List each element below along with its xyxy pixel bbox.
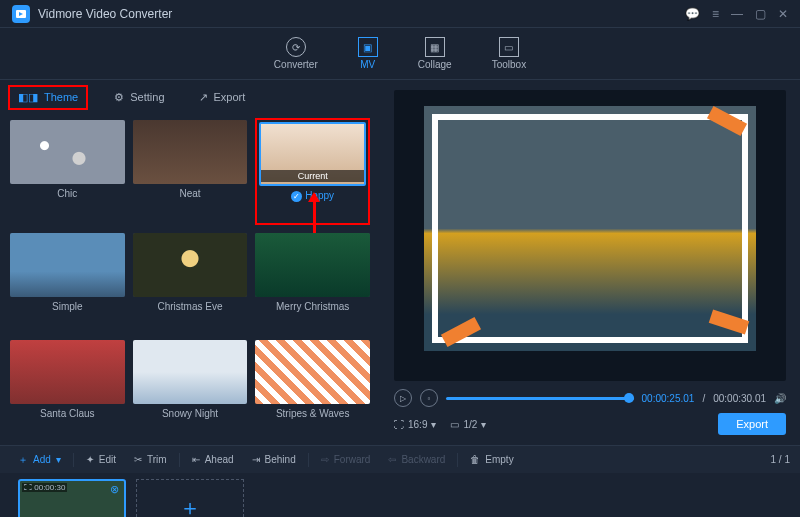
scissors-icon: ✂ — [134, 454, 142, 465]
chevron-down-icon: ▾ — [56, 454, 61, 465]
expand-icon: ⛶ — [394, 419, 404, 430]
export-button[interactable]: Export — [718, 413, 786, 435]
preview-area — [394, 90, 786, 381]
empty-button[interactable]: 🗑Empty — [462, 451, 521, 468]
app-title: Vidmore Video Converter — [38, 7, 685, 21]
ahead-icon: ⇤ — [192, 454, 200, 465]
mv-icon: ▣ — [358, 37, 378, 57]
theme-neat[interactable]: Neat — [133, 120, 248, 225]
gear-icon: ⚙ — [114, 91, 124, 104]
timeline: ⛶ 00:00:30 ⊗ ▷ 🔇 ✦ ✂ ＋ — [0, 473, 800, 517]
volume-icon[interactable]: 🔊 — [774, 393, 786, 404]
chevron-down-icon: ▾ — [431, 419, 436, 430]
behind-button[interactable]: ⇥Behind — [244, 451, 304, 468]
theme-snowy-night[interactable]: Snowy Night — [133, 340, 248, 438]
theme-santa-claus[interactable]: Santa Claus — [10, 340, 125, 438]
plus-icon: ＋ — [18, 453, 28, 467]
screen-icon: ▭ — [450, 419, 459, 430]
fraction-select[interactable]: ▭1/2▾ — [450, 419, 486, 430]
menu-icon[interactable]: ≡ — [712, 7, 719, 21]
subtab-theme[interactable]: ◧◨ Theme — [8, 85, 88, 110]
subtabs: ◧◨ Theme ⚙ Setting ↗ Export — [0, 80, 380, 114]
right-panel: ▷ ▫ 00:00:25.01/00:00:30.01 🔊 ⛶16:9▾ ▭1/… — [380, 80, 800, 445]
theme-chic[interactable]: Chic — [10, 120, 125, 225]
behind-icon: ⇥ — [252, 454, 260, 465]
theme-simple[interactable]: Simple — [10, 233, 125, 331]
clip-remove-icon[interactable]: ⊗ — [110, 483, 122, 495]
app-logo-icon — [12, 5, 30, 23]
converter-icon: ⟳ — [286, 37, 306, 57]
clip-duration: ⛶ 00:00:30 — [22, 483, 67, 492]
wand-icon: ✦ — [86, 454, 94, 465]
add-clip-button[interactable]: ＋ — [136, 479, 244, 517]
feedback-icon[interactable]: 💬 — [685, 7, 700, 21]
tab-converter[interactable]: ⟳ Converter — [274, 37, 318, 70]
maximize-icon[interactable]: ▢ — [755, 7, 766, 21]
left-panel: ◧◨ Theme ⚙ Setting ↗ Export Chic Neat Cu… — [0, 80, 380, 445]
player-controls: ▷ ▫ 00:00:25.01/00:00:30.01 🔊 — [394, 389, 786, 407]
forward-icon: ⇨ — [321, 454, 329, 465]
trash-icon: 🗑 — [470, 454, 480, 465]
titlebar: Vidmore Video Converter 💬 ≡ — ▢ ✕ — [0, 0, 800, 28]
aspect-select[interactable]: ⛶16:9▾ — [394, 419, 436, 430]
time-total: 00:00:30.01 — [713, 393, 766, 404]
add-button[interactable]: ＋Add▾ — [10, 450, 69, 470]
trim-button[interactable]: ✂Trim — [126, 451, 175, 468]
page-indicator: 1 / 1 — [771, 454, 790, 465]
backward-icon: ⇦ — [388, 454, 396, 465]
minimize-icon[interactable]: — — [731, 7, 743, 21]
theme-happy[interactable]: Current ✓Happy — [255, 118, 370, 225]
toolbox-icon: ▭ — [499, 37, 519, 57]
preview-frame — [432, 114, 748, 343]
tab-mv[interactable]: ▣ MV — [358, 37, 378, 70]
close-icon[interactable]: ✕ — [778, 7, 788, 21]
themes-grid: Chic Neat Current ✓Happy Simple Christma… — [0, 114, 380, 444]
theme-christmas-eve[interactable]: Christmas Eve — [133, 233, 248, 331]
tab-collage[interactable]: ▦ Collage — [418, 37, 452, 70]
play-button[interactable]: ▷ — [394, 389, 412, 407]
theme-icon: ◧◨ — [18, 91, 38, 104]
forward-button[interactable]: ⇨Forward — [313, 451, 379, 468]
theme-merry-christmas[interactable]: Merry Christmas — [255, 233, 370, 331]
edit-button[interactable]: ✦Edit — [78, 451, 124, 468]
subtab-export[interactable]: ↗ Export — [191, 87, 254, 108]
time-current: 00:00:25.01 — [642, 393, 695, 404]
export-icon: ↗ — [199, 91, 208, 104]
main-tabs: ⟳ Converter ▣ MV ▦ Collage ▭ Toolbox — [0, 28, 800, 80]
chevron-down-icon: ▾ — [481, 419, 486, 430]
ahead-button[interactable]: ⇤Ahead — [184, 451, 242, 468]
check-icon: ✓ — [291, 191, 302, 202]
stop-button[interactable]: ▫ — [420, 389, 438, 407]
toolbar: ＋Add▾ ✦Edit ✂Trim ⇤Ahead ⇥Behind ⇨Forwar… — [0, 445, 800, 473]
seek-slider[interactable] — [446, 397, 634, 400]
backward-button[interactable]: ⇦Backward — [380, 451, 453, 468]
subtab-setting[interactable]: ⚙ Setting — [106, 87, 172, 108]
tab-toolbox[interactable]: ▭ Toolbox — [492, 37, 526, 70]
annotation-arrow — [313, 194, 316, 238]
timeline-clip[interactable]: ⛶ 00:00:30 ⊗ ▷ 🔇 ✦ ✂ — [18, 479, 126, 517]
collage-icon: ▦ — [425, 37, 445, 57]
theme-stripes-waves[interactable]: Stripes & Waves — [255, 340, 370, 438]
